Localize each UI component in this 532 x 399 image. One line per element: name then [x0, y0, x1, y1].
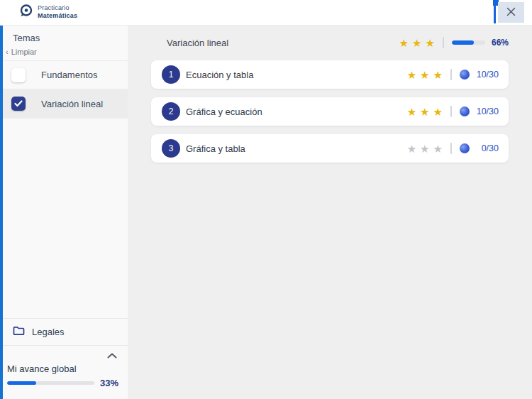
lesson-number-badge: 2	[162, 102, 180, 121]
lesson-stats: ★ ★ ★ 10/30	[407, 69, 499, 80]
close-icon	[506, 6, 516, 19]
topic-summary: ★ ★ ★ 66%	[399, 37, 509, 48]
lesson-card-grafica-y-tabla[interactable]: 3 Gráfica y tabla ★ ★ ★ 0/30	[151, 134, 509, 163]
topic-list: Fundamentos Variación lineal	[3, 60, 128, 119]
lesson-score: 10/30	[475, 106, 499, 116]
topic-progress-percent: 66%	[492, 38, 509, 48]
divider	[443, 37, 444, 48]
lesson-stars: ★ ★ ★	[407, 106, 443, 117]
lesson-number-badge: 1	[162, 65, 180, 84]
topic-label: Variación lineal	[41, 99, 103, 109]
fundamentos-checkbox[interactable]	[11, 68, 26, 82]
lesson-number-badge: 3	[162, 139, 180, 158]
star-icon: ★	[420, 106, 429, 117]
checkmark-icon	[14, 100, 23, 107]
lesson-title: Gráfica y tabla	[186, 143, 245, 154]
coin-icon	[460, 70, 470, 80]
star-icon: ★	[420, 70, 429, 80]
brand-line-2: Matemáticas	[38, 12, 77, 19]
global-progress-label: Mi avance global	[7, 364, 77, 374]
app-logo: Practicario Matemáticas	[19, 4, 77, 21]
lesson-title: Ecuación y tabla	[186, 70, 253, 80]
main-content: Variación lineal ★ ★ ★ 66% 1 Ecuación y …	[128, 26, 532, 399]
coin-icon	[460, 143, 470, 153]
close-button[interactable]	[498, 2, 524, 23]
star-icon: ★	[433, 106, 443, 117]
practicario-logo-icon	[19, 4, 33, 21]
lesson-card-grafica-y-ecuacion[interactable]: 2 Gráfica y ecuación ★ ★ ★ 10/30	[151, 97, 509, 126]
topic-progress-track	[452, 40, 485, 45]
sidebar-item-legales[interactable]: Legales	[3, 318, 128, 346]
chevron-left-icon: ‹	[6, 48, 9, 56]
legales-label: Legales	[32, 327, 65, 337]
star-icon: ★	[399, 38, 409, 48]
folder-icon	[13, 326, 25, 339]
star-icon: ★	[433, 143, 443, 154]
brand-line-1: Practicario	[38, 4, 70, 11]
coin-icon	[460, 106, 470, 116]
star-icon: ★	[407, 70, 416, 80]
global-progress: 33%	[7, 376, 118, 390]
divider	[450, 69, 452, 80]
star-icon: ★	[407, 143, 416, 154]
top-bar: Practicario Matemáticas	[0, 0, 532, 26]
topic-progress-fill	[452, 40, 474, 45]
topic-title: Variación lineal	[167, 38, 228, 48]
star-icon: ★	[407, 106, 416, 117]
clear-filters-button[interactable]: ‹ Limpiar	[6, 48, 37, 56]
star-icon: ★	[412, 38, 421, 48]
global-progress-track	[7, 381, 94, 385]
star-icon: ★	[433, 70, 443, 80]
sidebar: Temas ‹ Limpiar Fundamentos Variación li…	[0, 26, 128, 399]
topic-stars: ★ ★ ★	[399, 38, 435, 48]
global-progress-percent: 33%	[100, 378, 118, 388]
lesson-card-ecuacion-y-tabla[interactable]: 1 Ecuación y tabla ★ ★ ★ 10/30	[151, 60, 509, 89]
lesson-stats: ★ ★ ★ 10/30	[407, 106, 499, 117]
lesson-stars: ★ ★ ★	[407, 143, 443, 154]
lesson-stars: ★ ★ ★	[407, 70, 443, 80]
chevron-up-icon	[107, 353, 117, 359]
divider	[450, 143, 452, 154]
sidebar-item-fundamentos[interactable]: Fundamentos	[3, 60, 128, 89]
divider	[450, 106, 452, 117]
collapse-panel-button[interactable]	[107, 349, 117, 361]
sidebar-title: Temas	[13, 33, 40, 43]
topic-header: Variación lineal ★ ★ ★ 66%	[151, 33, 509, 53]
brand-name: Practicario Matemáticas	[38, 4, 77, 20]
lesson-stats: ★ ★ ★ 0/30	[407, 143, 499, 154]
lesson-title: Gráfica y ecuación	[186, 106, 262, 117]
global-progress-fill	[7, 381, 36, 385]
lesson-list: 1 Ecuación y tabla ★ ★ ★ 10/30 2 Gráfica…	[151, 60, 509, 171]
topic-label: Fundamentos	[41, 70, 98, 80]
clear-filters-label: Limpiar	[11, 48, 37, 56]
lesson-score: 10/30	[475, 70, 499, 80]
lesson-score: 0/30	[475, 143, 499, 153]
sidebar-item-variacion-lineal[interactable]: Variación lineal	[3, 89, 128, 119]
variacion-lineal-checkbox[interactable]	[11, 97, 26, 111]
star-icon: ★	[426, 38, 435, 48]
star-icon: ★	[420, 143, 429, 154]
